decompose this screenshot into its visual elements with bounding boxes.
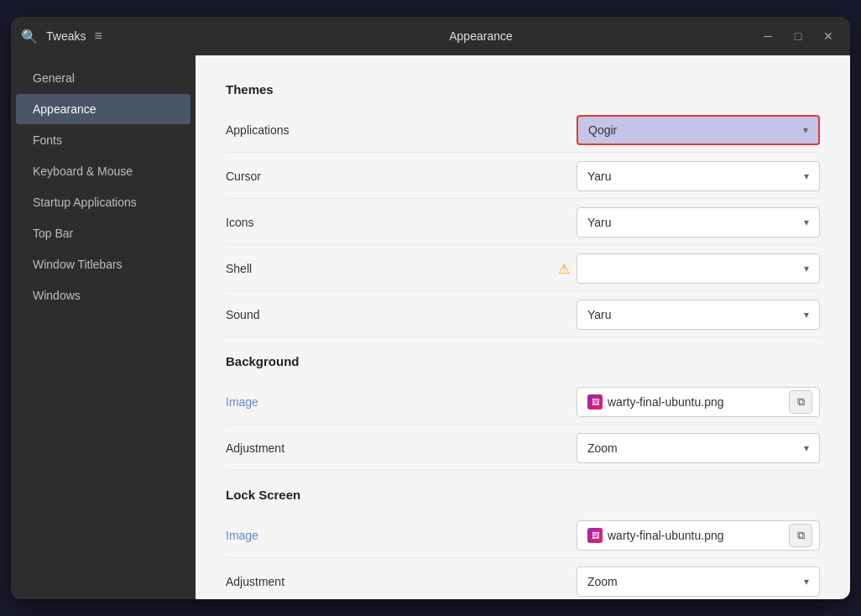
themes-section-title: Themes <box>226 82 820 97</box>
main-area: General Appearance Fonts Keyboard & Mous… <box>11 55 850 599</box>
bg-adjustment-dropdown-arrow: ▾ <box>804 442 809 454</box>
maximize-button[interactable]: □ <box>786 24 810 48</box>
cursor-label: Cursor <box>226 170 394 183</box>
bg-image-control: 🖼 warty-final-ubuntu.png ⧉ <box>394 387 820 417</box>
app-window: 🔍 Tweaks ≡ Appearance ─ □ ✕ General Appe… <box>11 17 850 599</box>
shell-warning-icon: ⚠ <box>558 261 570 277</box>
ls-adjustment-row: Adjustment Zoom ▾ <box>226 560 820 599</box>
ls-adjustment-dropdown[interactable]: Zoom ▾ <box>577 566 820 597</box>
sidebar-item-top-bar[interactable]: Top Bar <box>16 218 190 248</box>
sound-label: Sound <box>226 308 394 321</box>
icons-dropdown-value: Yaru <box>587 216 612 229</box>
minimize-button[interactable]: ─ <box>756 24 780 48</box>
lockscreen-section-title: Lock Screen <box>226 488 820 502</box>
close-button[interactable]: ✕ <box>817 24 840 48</box>
content-panel: Themes Applications Qogir ▾ Cursor Yaru <box>196 55 850 599</box>
ls-image-label: Image <box>226 529 394 542</box>
ls-image-filepicker[interactable]: 🖼 warty-final-ubuntu.png ⧉ <box>577 520 820 551</box>
ls-image-file-icon: 🖼 <box>587 528 603 543</box>
ls-image-filepicker-inner: 🖼 warty-final-ubuntu.png <box>587 528 789 543</box>
cursor-row: Cursor Yaru ▾ <box>226 154 820 199</box>
icons-control: Yaru ▾ <box>394 207 820 238</box>
sidebar-item-window-titlebars[interactable]: Window Titlebars <box>16 249 190 279</box>
applications-dropdown-value: Qogir <box>588 123 617 137</box>
bg-adjustment-row: Adjustment Zoom ▾ <box>226 426 820 471</box>
shell-row: Shell ⚠ ▾ <box>226 247 820 291</box>
cursor-dropdown-value: Yaru <box>587 170 612 183</box>
applications-dropdown-arrow: ▾ <box>803 124 808 136</box>
bg-adjustment-dropdown[interactable]: Zoom ▾ <box>577 433 820 463</box>
cursor-dropdown[interactable]: Yaru ▾ <box>577 161 820 191</box>
ls-adjustment-dropdown-arrow: ▾ <box>804 576 809 587</box>
bg-image-filepicker[interactable]: 🖼 warty-final-ubuntu.png ⧉ <box>577 387 820 417</box>
shell-dropdown[interactable]: ▾ <box>577 253 820 284</box>
sidebar-item-startup-applications[interactable]: Startup Applications <box>16 187 190 217</box>
sidebar-item-fonts[interactable]: Fonts <box>16 125 190 155</box>
menu-icon[interactable]: ≡ <box>94 29 102 44</box>
window-title: Appearance <box>206 29 756 43</box>
bg-adjustment-dropdown-value: Zoom <box>587 441 618 455</box>
bg-image-file-icon: 🖼 <box>587 394 603 410</box>
cursor-dropdown-arrow: ▾ <box>804 170 809 182</box>
applications-dropdown[interactable]: Qogir ▾ <box>577 115 820 145</box>
background-section-title: Background <box>226 354 820 368</box>
ls-image-copy-button[interactable]: ⧉ <box>789 524 812 547</box>
shell-label: Shell <box>226 262 394 275</box>
sidebar: General Appearance Fonts Keyboard & Mous… <box>11 55 196 599</box>
applications-label: Applications <box>226 123 394 137</box>
applications-control: Qogir ▾ <box>394 115 820 145</box>
search-icon[interactable]: 🔍 <box>21 29 38 44</box>
ls-image-filename: warty-final-ubuntu.png <box>608 529 724 542</box>
sound-dropdown-value: Yaru <box>587 308 612 321</box>
bg-adjustment-control: Zoom ▾ <box>394 433 820 463</box>
sidebar-item-windows[interactable]: Windows <box>16 280 190 311</box>
titlebar: 🔍 Tweaks ≡ Appearance ─ □ ✕ <box>11 17 850 55</box>
ls-adjustment-dropdown-value: Zoom <box>587 575 618 588</box>
sound-dropdown[interactable]: Yaru ▾ <box>577 300 820 330</box>
sidebar-item-general[interactable]: General <box>16 63 190 93</box>
applications-row: Applications Qogir ▾ <box>226 108 820 153</box>
bg-image-filename: warty-final-ubuntu.png <box>608 395 724 409</box>
icons-dropdown-arrow: ▾ <box>804 217 809 228</box>
ls-adjustment-label: Adjustment <box>226 575 394 588</box>
bg-image-label: Image <box>226 395 394 409</box>
sidebar-item-keyboard-mouse[interactable]: Keyboard & Mouse <box>16 156 190 186</box>
icons-dropdown[interactable]: Yaru ▾ <box>577 207 820 238</box>
bg-adjustment-label: Adjustment <box>226 441 394 455</box>
shell-dropdown-arrow: ▾ <box>804 263 809 274</box>
sound-row: Sound Yaru ▾ <box>226 293 820 337</box>
ls-image-control: 🖼 warty-final-ubuntu.png ⧉ <box>394 520 820 551</box>
ls-adjustment-control: Zoom ▾ <box>394 566 820 597</box>
sidebar-item-appearance[interactable]: Appearance <box>16 94 190 124</box>
icons-row: Icons Yaru ▾ <box>226 201 820 245</box>
cursor-control: Yaru ▾ <box>394 161 820 191</box>
sound-dropdown-arrow: ▾ <box>804 309 809 321</box>
shell-control: ⚠ ▾ <box>394 253 820 284</box>
app-name-label: Tweaks <box>46 29 86 43</box>
titlebar-left: 🔍 Tweaks ≡ <box>21 29 206 44</box>
window-controls: ─ □ ✕ <box>756 24 840 48</box>
sound-control: Yaru ▾ <box>394 300 820 330</box>
icons-label: Icons <box>226 216 394 229</box>
bg-image-copy-button[interactable]: ⧉ <box>789 390 812 414</box>
bg-image-row: Image 🖼 warty-final-ubuntu.png ⧉ <box>226 380 820 425</box>
bg-image-filepicker-inner: 🖼 warty-final-ubuntu.png <box>587 394 789 410</box>
ls-image-row: Image 🖼 warty-final-ubuntu.png ⧉ <box>226 514 820 558</box>
